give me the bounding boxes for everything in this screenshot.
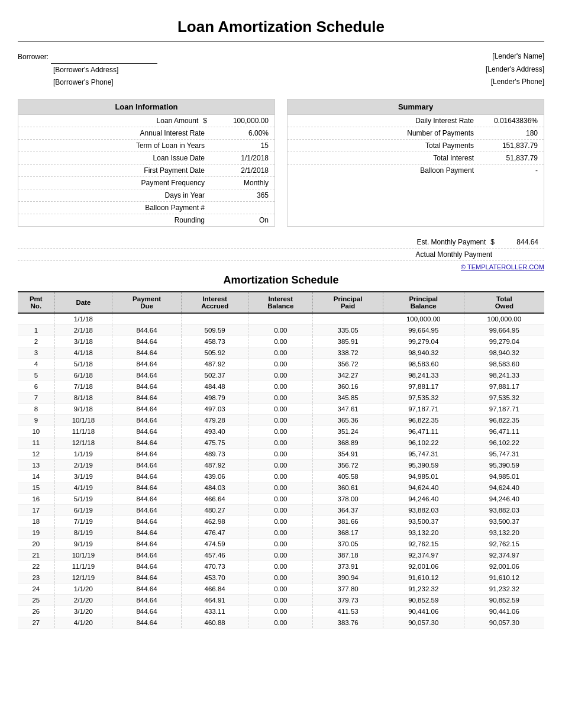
- table-cell: 844.64: [112, 459, 182, 471]
- table-cell: 94,985.01: [383, 471, 464, 482]
- table-cell: 94,246.40: [464, 493, 544, 504]
- table-cell: 335.05: [313, 324, 383, 336]
- table-cell: 844.64: [112, 583, 182, 594]
- table-cell: 0.00: [248, 437, 313, 448]
- table-cell: 487.92: [182, 358, 248, 369]
- table-cell: 94,624.40: [464, 482, 544, 493]
- table-cell: 368.17: [313, 527, 383, 538]
- borrower-phone: [Borrower's Phone]: [53, 76, 157, 89]
- table-cell: 97,535.32: [464, 392, 544, 403]
- table-cell: 92,001.06: [383, 561, 464, 572]
- loan-amount-label: Loan Amount: [24, 117, 203, 125]
- table-cell: 433.11: [182, 605, 248, 617]
- table-cell: 2/1/18: [54, 324, 112, 336]
- table-row: 1/1/18100,000.00100,000.00: [18, 313, 544, 325]
- table-cell: 92,762.15: [464, 538, 544, 549]
- table-cell: 20: [18, 538, 54, 549]
- table-row: 209/1/19844.64474.590.00370.0592,762.159…: [18, 538, 544, 549]
- table-cell: 2/1/19: [54, 459, 112, 471]
- loan-amount-prefix: $: [203, 117, 207, 125]
- col-interest-accrued: InterestAccrued: [182, 292, 248, 313]
- table-row: 78/1/18844.64498.790.00345.8597,535.3297…: [18, 392, 544, 403]
- daily-interest-value: 0.01643836%: [479, 117, 538, 125]
- table-row: 2211/1/19844.64470.730.00373.9192,001.06…: [18, 561, 544, 572]
- summary-box: Summary Daily Interest Rate 0.01643836% …: [287, 99, 544, 227]
- copyright-link[interactable]: © TEMPLATEROLLER.COM: [461, 263, 544, 270]
- lender-phone: [Lender's Phone]: [486, 76, 544, 89]
- copyright: © TEMPLATEROLLER.COM: [18, 263, 544, 270]
- table-cell: 484.48: [182, 381, 248, 392]
- table-cell: 93,500.37: [383, 516, 464, 527]
- table-cell: 502.37: [182, 369, 248, 381]
- rounding-value: On: [209, 216, 269, 224]
- lender-name: [Lender's Name]: [486, 50, 544, 63]
- table-cell: 844.64: [112, 414, 182, 426]
- table-cell: 470.73: [182, 561, 248, 572]
- table-cell: 487.92: [182, 459, 248, 471]
- table-cell: 0.00: [248, 583, 313, 594]
- table-row: 165/1/19844.64466.640.00378.0094,246.409…: [18, 493, 544, 504]
- table-cell: 489.73: [182, 448, 248, 459]
- table-cell: 844.64: [112, 617, 182, 628]
- table-cell: 14: [18, 471, 54, 482]
- table-cell: 1/1/19: [54, 448, 112, 459]
- table-cell: 97,187.71: [464, 403, 544, 414]
- table-row: 132/1/19844.64487.920.00356.7295,390.599…: [18, 459, 544, 471]
- table-cell: 7/1/18: [54, 381, 112, 392]
- table-cell: 16: [18, 493, 54, 504]
- table-cell: 373.91: [313, 561, 383, 572]
- loan-info-box: Loan Information Loan Amount $ 100,000.0…: [18, 99, 275, 227]
- table-cell: 338.72: [313, 347, 383, 358]
- num-payments-row: Number of Payments 180: [288, 127, 544, 140]
- total-payments-value: 151,837.79: [479, 141, 538, 150]
- table-cell: 98,583.60: [383, 358, 464, 369]
- table-cell: 844.64: [112, 482, 182, 493]
- table-cell: 0.00: [248, 324, 313, 336]
- table-cell: 464.91: [182, 594, 248, 605]
- payment-freq-value: Monthly: [209, 179, 269, 187]
- table-cell: 97,881.17: [464, 381, 544, 392]
- table-cell: [313, 313, 383, 325]
- amort-title: Amortization Schedule: [18, 274, 544, 286]
- table-cell: 381.66: [313, 516, 383, 527]
- table-cell: 383.76: [313, 617, 383, 628]
- table-cell: 0.00: [248, 403, 313, 414]
- table-cell: 90,852.59: [383, 594, 464, 605]
- borrower-label: Borrower:: [18, 51, 49, 64]
- page-title: Loan Amortization Schedule: [18, 12, 544, 42]
- table-cell: 0.00: [248, 561, 313, 572]
- first-payment-row: First Payment Date 2/1/2018: [18, 165, 274, 177]
- table-cell: 379.73: [313, 594, 383, 605]
- table-cell: 97,187.71: [383, 403, 464, 414]
- total-payments-label: Total Payments: [293, 141, 479, 150]
- table-cell: 97,535.32: [383, 392, 464, 403]
- table-cell: 100,000.00: [464, 313, 544, 325]
- term-label: Term of Loan in Years: [24, 141, 209, 150]
- table-cell: 844.64: [112, 358, 182, 369]
- table-cell: 844.64: [112, 426, 182, 437]
- table-cell: 453.70: [182, 572, 248, 583]
- table-row: 2110/1/19844.64457.460.00387.1892,374.97…: [18, 549, 544, 561]
- table-row: 263/1/20844.64433.110.00411.5390,441.069…: [18, 605, 544, 617]
- table-cell: 0.00: [248, 605, 313, 617]
- table-row: 176/1/19844.64480.270.00364.3793,882.039…: [18, 504, 544, 516]
- table-row: 67/1/18844.64484.480.00360.1697,881.1797…: [18, 381, 544, 392]
- table-cell: 99,279.04: [383, 336, 464, 347]
- table-cell: 93,500.37: [464, 516, 544, 527]
- table-cell: 5: [18, 369, 54, 381]
- table-row: 198/1/19844.64476.470.00368.1793,132.209…: [18, 527, 544, 538]
- lender-address: [Lender's Address]: [486, 63, 544, 76]
- loan-issue-value: 1/1/2018: [209, 154, 269, 162]
- table-cell: 390.94: [313, 572, 383, 583]
- table-cell: 0.00: [248, 392, 313, 403]
- table-cell: 484.03: [182, 482, 248, 493]
- table-cell: 0.00: [248, 504, 313, 516]
- table-cell: 95,747.31: [383, 448, 464, 459]
- balloon-payment-value: [209, 204, 269, 212]
- table-row: 274/1/20844.64460.880.00383.7690,057.309…: [18, 617, 544, 628]
- table-cell: 95,390.59: [464, 459, 544, 471]
- table-cell: 365.36: [313, 414, 383, 426]
- table-cell: 99,664.95: [464, 324, 544, 336]
- table-cell: 90,852.59: [464, 594, 544, 605]
- table-cell: 844.64: [112, 381, 182, 392]
